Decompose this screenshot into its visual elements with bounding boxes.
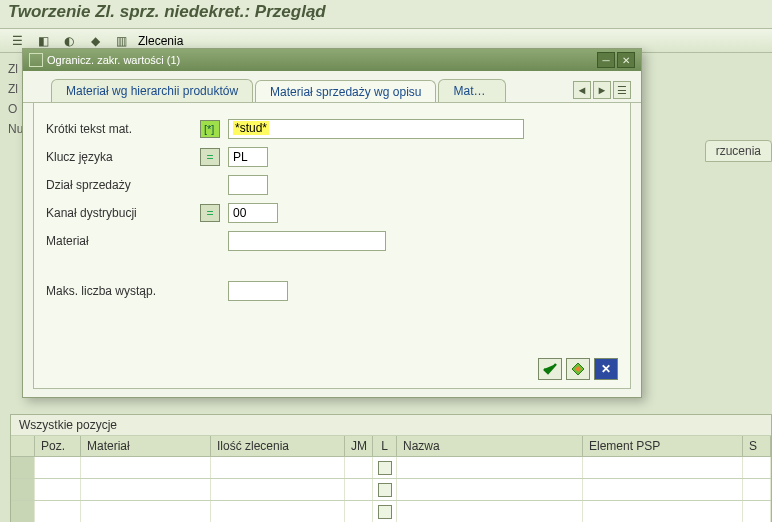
- svg-text:[*]: [*]: [204, 123, 214, 135]
- col-psp[interactable]: Element PSP: [583, 436, 743, 456]
- tab-material-sales-desc[interactable]: Materiał sprzedaży wg opisu: [255, 80, 436, 103]
- col-ilosc[interactable]: Ilość zlecenia: [211, 436, 345, 456]
- col-st[interactable]: S: [743, 436, 771, 456]
- label-kanal: Kanał dystrybucji: [46, 206, 200, 220]
- tab-material-more[interactable]: Materi...: [438, 79, 506, 102]
- accept-button[interactable]: [538, 358, 562, 380]
- input-krotki-tekst[interactable]: *stud*: [228, 119, 524, 139]
- dialog-sys-icon: [29, 53, 43, 67]
- op-equal-icon-1[interactable]: =: [200, 148, 220, 166]
- page-title: Tworzenie Zl. sprz. niedekret.: Przegląd: [0, 0, 772, 29]
- tab-next-button[interactable]: ►: [593, 81, 611, 99]
- col-jm[interactable]: JM: [345, 436, 373, 456]
- minimize-button[interactable]: ─: [597, 52, 615, 68]
- op-wildcard-icon[interactable]: [*]: [200, 120, 220, 138]
- col-select[interactable]: [11, 436, 35, 456]
- grid-header: Poz. Materiał Ilość zlecenia JM L Nazwa …: [11, 436, 771, 457]
- input-kanal[interactable]: [228, 203, 278, 223]
- table-row[interactable]: [11, 479, 771, 501]
- row-selector[interactable]: [11, 457, 35, 478]
- zlecenia-icon[interactable]: ▥: [112, 32, 130, 50]
- table-row[interactable]: [11, 501, 771, 522]
- col-l[interactable]: L: [373, 436, 397, 456]
- dialog-tabs: Materiał wg hierarchii produktów Materia…: [23, 71, 641, 103]
- col-material[interactable]: Materiał: [81, 436, 211, 456]
- op-equal-icon-2[interactable]: =: [200, 204, 220, 222]
- col-nazwa[interactable]: Nazwa: [397, 436, 583, 456]
- row-selector[interactable]: [11, 501, 35, 522]
- table-row[interactable]: [11, 457, 771, 479]
- input-maks[interactable]: [228, 281, 288, 301]
- label-material: Materiał: [46, 234, 200, 248]
- label-maks: Maks. liczba wystąp.: [46, 284, 228, 298]
- close-button[interactable]: ✕: [617, 52, 635, 68]
- input-material[interactable]: [228, 231, 386, 251]
- row-checkbox[interactable]: [378, 505, 392, 519]
- input-dzial[interactable]: [228, 175, 268, 195]
- restrict-values-dialog: Ogranicz. zakr. wartości (1) ─ ✕ Materia…: [22, 48, 642, 398]
- toolbar-btn-4[interactable]: ◆: [86, 32, 104, 50]
- row-checkbox[interactable]: [378, 483, 392, 497]
- cancel-button[interactable]: ✕: [594, 358, 618, 380]
- label-klucz-jezyka: Klucz języka: [46, 150, 200, 164]
- tab-list-button[interactable]: ☰: [613, 81, 631, 99]
- zlecenia-label: Zlecenia: [138, 34, 183, 48]
- dialog-title: Ogranicz. zakr. wartości (1): [47, 54, 180, 66]
- grid-title: Wszystkie pozycje: [11, 415, 771, 436]
- dialog-body: Krótki tekst mat. [*] *stud* Klucz język…: [33, 102, 631, 389]
- toolbar-btn-2[interactable]: ◧: [34, 32, 52, 50]
- input-klucz-jezyka[interactable]: [228, 147, 268, 167]
- row-checkbox[interactable]: [378, 461, 392, 475]
- label-dzial: Dział sprzedaży: [46, 178, 200, 192]
- toolbar-btn-1[interactable]: ☰: [8, 32, 26, 50]
- row-selector[interactable]: [11, 479, 35, 500]
- positions-grid: Wszystkie pozycje Poz. Materiał Ilość zl…: [10, 414, 772, 522]
- col-poz[interactable]: Poz.: [35, 436, 81, 456]
- bg-tab-rzucenia[interactable]: rzucenia: [705, 140, 772, 162]
- dialog-titlebar: Ogranicz. zakr. wartości (1) ─ ✕: [23, 49, 641, 71]
- tab-material-hierarchy[interactable]: Materiał wg hierarchii produktów: [51, 79, 253, 102]
- label-krotki-tekst: Krótki tekst mat.: [46, 122, 200, 136]
- tab-prev-button[interactable]: ◄: [573, 81, 591, 99]
- toolbar-btn-3[interactable]: ◐: [60, 32, 78, 50]
- extended-search-button[interactable]: [566, 358, 590, 380]
